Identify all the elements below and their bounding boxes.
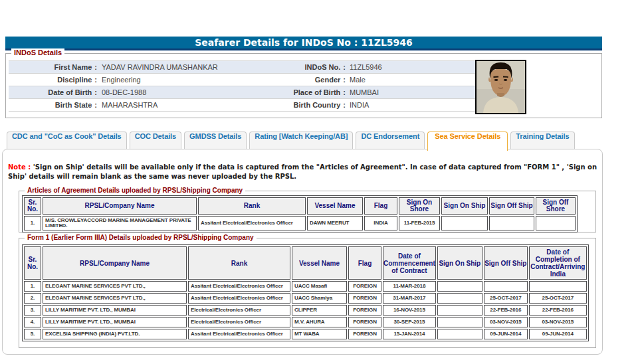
field-label: Discipline: bbox=[9, 76, 97, 84]
field-label: Place of Birth: bbox=[291, 88, 346, 96]
tab-content-panel: Note : 'Sign on Ship' details will be av… bbox=[2, 149, 603, 355]
field-label: Date of Birth: bbox=[9, 88, 97, 96]
agreement-table: Sr. No.RPSL/Company NameRankVessel NameF… bbox=[22, 195, 578, 232]
column-header: Sign Off Shore bbox=[536, 197, 576, 215]
cell: UACC Shamiya bbox=[292, 293, 347, 304]
field-value: 08-DEC-1988 bbox=[102, 88, 291, 96]
cell: Assitant Electrical/Electronics Officer bbox=[188, 329, 290, 339]
tab-rating-watch-keeping-ab[interactable]: Rating [Watch Keeping/AB] bbox=[249, 132, 353, 149]
column-header: Flag bbox=[348, 246, 381, 280]
cell: INDIA bbox=[364, 216, 397, 230]
cell: 4. bbox=[24, 317, 41, 327]
seafarer-photo bbox=[475, 60, 526, 114]
cell: 11-FEB-2015 bbox=[399, 216, 440, 230]
cell bbox=[529, 281, 587, 292]
cell: 25-OCT-2017 bbox=[529, 293, 587, 304]
cell bbox=[437, 281, 483, 292]
column-header: Sr. No. bbox=[24, 246, 41, 280]
indos-details-legend: INDoS Details bbox=[11, 48, 64, 56]
cell: 5. bbox=[24, 329, 41, 339]
tab-cdc-and-coc-as-cook-details[interactable]: CDC and "CoC as Cook" Details bbox=[7, 132, 127, 149]
field-label: Birth State: bbox=[9, 101, 97, 109]
cell: LILLY MARITIME PVT. LTD., MUMBAI bbox=[43, 305, 187, 316]
tab-coc-details[interactable]: COC Details bbox=[130, 132, 181, 149]
cell: 31-MAR-2017 bbox=[383, 293, 436, 304]
detail-row: First Name: YADAV RAVINDRA UMASHANKAR IN… bbox=[9, 60, 477, 74]
form1-legend: Form 1 (Earlier Form IIIA) Details uploa… bbox=[25, 234, 257, 241]
field-value: INDIA bbox=[350, 101, 477, 109]
cell: 30-SEP-2015 bbox=[383, 317, 436, 327]
cell: 16-NOV-2015 bbox=[383, 305, 436, 316]
cell: 3. bbox=[24, 305, 41, 316]
field-value: YADAV RAVINDRA UMASHANKAR bbox=[102, 63, 291, 71]
cell: 1. bbox=[24, 216, 41, 230]
column-header: Sr. No. bbox=[24, 197, 41, 215]
cell: Assitant Electrical/Electronics Officer bbox=[188, 293, 290, 304]
column-header: Sign On Ship bbox=[441, 197, 488, 215]
cell: 15-JAN-2014 bbox=[383, 329, 436, 339]
cell bbox=[489, 216, 534, 230]
cell: FOREIGN bbox=[348, 293, 381, 304]
column-header: Sign Off Ship bbox=[489, 197, 534, 215]
table-row: 3.LILLY MARITIME PVT. LTD., MUMBAIElectr… bbox=[24, 305, 587, 316]
tab-dc-endorsement[interactable]: DC Endorsement bbox=[356, 132, 425, 149]
cell: 2. bbox=[24, 293, 41, 304]
cell: MT WABA bbox=[292, 329, 347, 339]
column-header: Flag bbox=[364, 197, 397, 215]
cell: FOREIGN bbox=[348, 281, 381, 292]
table-row: 2.ELEGANT MARINE SERVICES PVT LTD.,Assit… bbox=[24, 293, 587, 304]
field-label: First Name: bbox=[9, 63, 97, 71]
cell: Electrical/Electronics Officer bbox=[188, 305, 290, 316]
cell: Electrical/Electronics Officer bbox=[188, 317, 290, 327]
tab-training-details[interactable]: Training Details bbox=[510, 132, 574, 149]
column-header: Vessel Name bbox=[292, 246, 347, 280]
cell: 09-JUN-2014 bbox=[529, 329, 587, 339]
agreement-legend: Articles of Agreement Details uploaded b… bbox=[25, 187, 245, 194]
detail-row: Birth State: MAHARASHTRA Birth Country: … bbox=[9, 99, 477, 112]
cell: EXCELSIA SHIPPING (INDIA) PVT.LTD. bbox=[43, 329, 187, 339]
cell: DAWN MEERUT bbox=[307, 216, 363, 230]
field-value: MAHARASHTRA bbox=[102, 101, 291, 109]
cell: 25-OCT-2017 bbox=[484, 293, 528, 304]
detail-row: Discipline: Engineering Gender: Male bbox=[9, 74, 477, 86]
cell: Assitant Electrical/Electronics Officer bbox=[198, 216, 306, 230]
cell: 22-FEB-2016 bbox=[529, 305, 587, 316]
cell: M.V. AHURA bbox=[292, 317, 347, 327]
cell: 11-MAR-2018 bbox=[383, 281, 436, 292]
field-value: MUMBAI bbox=[350, 88, 477, 96]
note: Note : 'Sign on Ship' details will be av… bbox=[8, 163, 603, 181]
column-header: Rank bbox=[198, 197, 306, 215]
cell bbox=[484, 281, 528, 292]
cell: FOREIGN bbox=[348, 329, 381, 339]
tab-sea-service-details[interactable]: Sea Service Details bbox=[427, 132, 508, 151]
column-header: Sign On Shore bbox=[399, 197, 440, 215]
cell bbox=[441, 216, 488, 230]
column-header: Rank bbox=[188, 246, 290, 280]
cell: ELEGANT MARINE SERVICES PVT LTD., bbox=[43, 293, 187, 304]
indos-details-grid: First Name: YADAV RAVINDRA UMASHANKAR IN… bbox=[9, 60, 477, 112]
cell: Assitant Electrical/Electronics Officer bbox=[188, 281, 290, 292]
agreement-fieldset: Articles of Agreement Details uploaded b… bbox=[19, 191, 596, 232]
cell bbox=[437, 293, 483, 304]
cell: 1. bbox=[24, 281, 41, 292]
tab-gmdss-details[interactable]: GMDSS Details bbox=[184, 132, 247, 149]
form1-fieldset: Form 1 (Earlier Form IIIA) Details uploa… bbox=[19, 238, 596, 348]
table-row: 4.LILLY MARITIME PVT. LTD., MUMBAIElectr… bbox=[24, 317, 587, 327]
field-label: INDoS No.: bbox=[291, 63, 346, 71]
form1-table: Sr. No.RPSL/Company NameRankVessel NameF… bbox=[22, 244, 589, 341]
indos-details-fieldset: INDoS Details First Name: YADAV RAVINDRA… bbox=[5, 53, 602, 118]
column-header: RPSL/Company Name bbox=[43, 197, 197, 215]
cell: FOREIGN bbox=[348, 317, 381, 327]
cell: UACC Masafi bbox=[292, 281, 347, 292]
field-value: Engineering bbox=[102, 76, 291, 84]
cell: 09-JUN-2014 bbox=[484, 329, 528, 339]
cell: FOREIGN bbox=[348, 305, 381, 316]
cell: 03-NOV-2015 bbox=[529, 317, 587, 327]
cell: CLIPPER bbox=[292, 305, 347, 316]
cell bbox=[536, 216, 576, 230]
field-value: 11ZL5946 bbox=[350, 63, 477, 71]
cell: ELEGANT MARINE SERVICES PVT LTD., bbox=[43, 281, 187, 292]
cell: 03-NOV-2015 bbox=[484, 317, 528, 327]
column-header: Date of Completion of Contract/Arriving … bbox=[529, 246, 587, 280]
field-label: Gender: bbox=[291, 76, 346, 84]
